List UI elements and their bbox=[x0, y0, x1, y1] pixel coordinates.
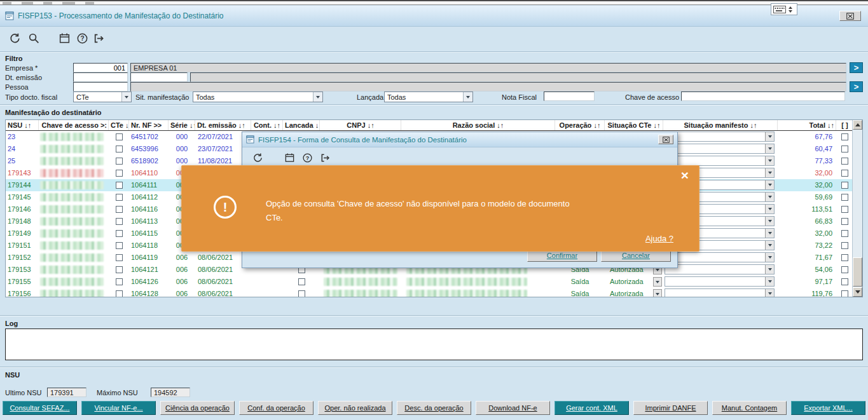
situacao-cte-dropdown[interactable] bbox=[653, 277, 662, 287]
dt-emissao-input-2[interactable] bbox=[130, 72, 188, 82]
vertical-scrollbar[interactable] bbox=[852, 120, 862, 297]
alert-close-icon[interactable]: × bbox=[681, 168, 689, 182]
column-header-lancada[interactable]: Lancada ↓↑ bbox=[283, 120, 320, 130]
situacao-manifesto-dropdown[interactable] bbox=[765, 253, 774, 262]
action-conf-da-operacao[interactable]: Conf. da operação bbox=[239, 401, 313, 415]
dialog-close-button[interactable] bbox=[658, 135, 673, 144]
situacao-manifesto-dropdown[interactable] bbox=[765, 229, 774, 238]
column-header-total[interactable]: Total ↓↑ bbox=[778, 120, 836, 130]
row-select-checkbox[interactable] bbox=[841, 158, 848, 165]
action-oper-nao-realizada[interactable]: Oper. não realizada bbox=[318, 401, 392, 415]
cte-checkbox[interactable] bbox=[116, 133, 123, 140]
tipo-docto-combo[interactable]: CTe bbox=[73, 91, 132, 102]
alert-help-link[interactable]: Ajuda ? bbox=[645, 234, 673, 243]
column-header-operacao[interactable]: Operação ↓↑ bbox=[555, 120, 605, 130]
row-select-checkbox[interactable] bbox=[841, 133, 848, 140]
row-select-checkbox[interactable] bbox=[841, 230, 848, 237]
row-select-checkbox[interactable] bbox=[841, 278, 848, 285]
dialog-exit-button[interactable] bbox=[317, 150, 333, 165]
situacao-manifesto-dropdown[interactable] bbox=[765, 241, 774, 250]
situacao-manifesto-dropdown[interactable] bbox=[765, 289, 774, 297]
dialog-help-button[interactable]: ? bbox=[300, 150, 315, 165]
row-select-checkbox[interactable] bbox=[841, 206, 848, 213]
window-close-button[interactable] bbox=[839, 11, 861, 21]
cte-checkbox[interactable] bbox=[116, 182, 123, 189]
action-imprimir-danfe[interactable]: Imprimir DANFE bbox=[633, 401, 708, 415]
scroll-thumb[interactable] bbox=[853, 257, 862, 287]
table-row-nsu-179156[interactable]: 179156106412800608/06/2021SaídaAutorizad… bbox=[6, 288, 852, 297]
cte-checkbox[interactable] bbox=[116, 230, 123, 237]
cte-checkbox[interactable] bbox=[116, 158, 123, 165]
row-select-checkbox[interactable] bbox=[841, 242, 848, 249]
column-header-situacao-cte[interactable]: Situação CTe ↓↑ bbox=[605, 120, 663, 130]
table-row-nsu-179155[interactable]: 179155106412600608/06/2021SaídaAutorizad… bbox=[6, 276, 852, 288]
scroll-down-button[interactable] bbox=[853, 287, 862, 297]
situacao-manifesto-combo[interactable] bbox=[665, 264, 775, 274]
column-header-nsu[interactable]: NSU ↓↑ bbox=[6, 120, 39, 130]
sit-manifestacao-combo[interactable]: Todas bbox=[193, 91, 323, 102]
action-consultar-sefaz[interactable]: Consultar SEFAZ... bbox=[3, 401, 77, 415]
situacao-manifesto-dropdown[interactable] bbox=[765, 132, 774, 141]
column-header-cte[interactable]: CTe ↓↑ bbox=[109, 120, 129, 130]
column-header-chave-de-acesso[interactable]: Chave de acesso >: bbox=[39, 120, 109, 130]
column-header-cnpj[interactable]: CNPJ ↓↑ bbox=[320, 120, 401, 130]
window-titlebar[interactable]: FISFP153 - Processamento de Manifestação… bbox=[0, 6, 868, 27]
action-download-nf-e[interactable]: Download NF-e bbox=[476, 401, 550, 415]
log-textarea[interactable] bbox=[5, 329, 863, 360]
cte-checkbox[interactable] bbox=[116, 218, 123, 225]
cte-checkbox[interactable] bbox=[116, 194, 123, 201]
situacao-manifesto-dropdown[interactable] bbox=[765, 144, 774, 153]
keyboard-toolbar-widget[interactable] bbox=[771, 3, 797, 15]
lancada-checkbox[interactable] bbox=[298, 290, 305, 297]
situacao-manifesto-dropdown[interactable] bbox=[765, 205, 774, 213]
cte-checkbox[interactable] bbox=[116, 254, 123, 261]
cte-checkbox[interactable] bbox=[116, 170, 123, 177]
situacao-manifesto-combo[interactable] bbox=[665, 288, 775, 297]
situacao-cte-dropdown[interactable] bbox=[653, 289, 662, 297]
situacao-manifesto-dropdown[interactable] bbox=[765, 217, 774, 226]
situacao-manifesto-dropdown[interactable] bbox=[765, 193, 774, 201]
action-desc-da-operacao[interactable]: Desc. da operação bbox=[397, 401, 471, 415]
situacao-manifesto-dropdown[interactable] bbox=[765, 156, 774, 165]
dialog-refresh-button[interactable] bbox=[250, 150, 265, 165]
cte-checkbox[interactable] bbox=[116, 146, 123, 152]
column-header-dt-emissao[interactable]: Dt. emissão ↓↑ bbox=[195, 120, 251, 130]
refresh-button[interactable] bbox=[6, 30, 23, 46]
chevron-down-icon[interactable] bbox=[463, 92, 472, 102]
cte-checkbox[interactable] bbox=[116, 206, 123, 213]
situacao-manifesto-dropdown[interactable] bbox=[765, 265, 774, 274]
chevron-down-icon[interactable] bbox=[121, 92, 131, 102]
row-select-checkbox[interactable] bbox=[841, 218, 848, 225]
column-header-cont[interactable]: Cont. ↓↑ bbox=[251, 120, 283, 130]
pessoa-input[interactable] bbox=[73, 82, 128, 91]
scroll-up-button[interactable] bbox=[853, 120, 862, 130]
cte-checkbox[interactable] bbox=[116, 290, 123, 297]
column-header-serie[interactable]: Série ↓↑ bbox=[169, 120, 195, 130]
situacao-manifesto-combo[interactable] bbox=[665, 276, 775, 287]
row-select-checkbox[interactable] bbox=[841, 266, 848, 273]
action-gerar-cont-xml[interactable]: Gerar cont. XML bbox=[555, 401, 629, 415]
spinner-buttons[interactable] bbox=[789, 6, 792, 13]
action-vincular-nf-e[interactable]: Vincular NF-e... bbox=[81, 401, 156, 415]
chevron-down-icon[interactable] bbox=[313, 92, 322, 102]
lancada-checkbox[interactable] bbox=[298, 278, 305, 285]
row-select-checkbox[interactable] bbox=[841, 170, 848, 177]
situacao-manifesto-combo[interactable] bbox=[665, 132, 775, 142]
situacao-manifesto-combo[interactable] bbox=[665, 252, 775, 262]
row-select-checkbox[interactable] bbox=[841, 290, 848, 297]
situacao-manifesto-dropdown[interactable] bbox=[765, 277, 774, 286]
pessoa-lookup-button[interactable]: > bbox=[850, 81, 863, 92]
row-select-checkbox[interactable] bbox=[841, 254, 848, 261]
nota-fiscal-input[interactable] bbox=[544, 91, 595, 101]
help-button[interactable]: ? bbox=[74, 30, 90, 46]
situacao-manifesto-combo[interactable] bbox=[665, 144, 775, 154]
lancada-combo[interactable]: Todas bbox=[384, 91, 473, 102]
action-manut-contagem[interactable]: Manut. Contagem bbox=[712, 401, 787, 415]
dialog-titlebar[interactable]: FISFP154 - Forma de Consulta de Manifest… bbox=[242, 132, 677, 147]
chave-acesso-input[interactable] bbox=[681, 91, 845, 101]
column-header-razao-social[interactable]: Razão social ↓↑ bbox=[401, 120, 555, 130]
dt-emissao-input-1[interactable] bbox=[73, 72, 128, 82]
situacao-manifesto-dropdown[interactable] bbox=[765, 168, 774, 177]
row-select-checkbox[interactable] bbox=[841, 194, 848, 201]
exit-button[interactable] bbox=[90, 30, 107, 46]
